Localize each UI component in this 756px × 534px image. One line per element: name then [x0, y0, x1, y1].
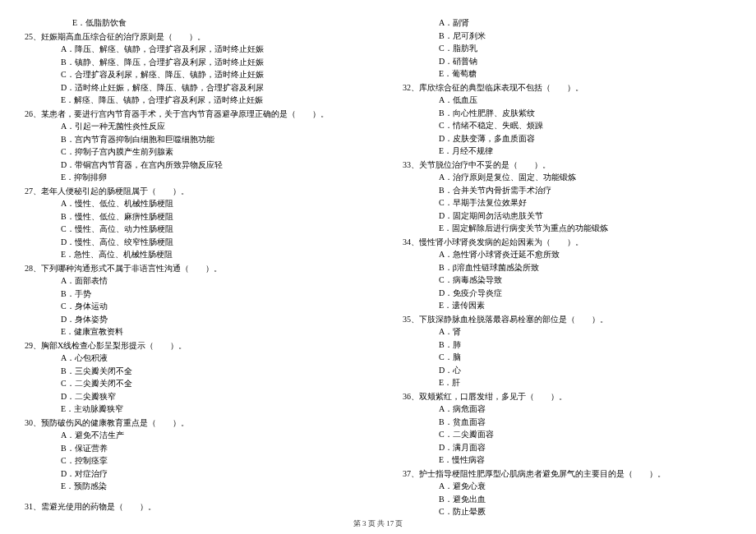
- q33-option-b: B．合并关节内骨折需手术治疗: [403, 184, 731, 197]
- q31-option-a: A．副肾: [403, 16, 731, 30]
- q32-option-b: B．向心性肥胖、皮肤紫纹: [403, 107, 731, 120]
- q30-option-b: B．保证营养: [25, 442, 353, 455]
- q27-option-e: E．急性、高位、机械性肠梗阻: [25, 248, 353, 261]
- q35-option-a: A．肾: [403, 325, 731, 338]
- q36-option-b: B．贫血面容: [403, 416, 731, 429]
- q25-option-b: B．镇静、解痉、降压，合理扩容及利尿，适时终止妊娠: [25, 56, 353, 69]
- page-footer: 第 3 页 共 17 页: [25, 518, 731, 529]
- q37-option-b: B．避免出血: [403, 493, 731, 506]
- q28-option-c: C．身体运动: [25, 300, 353, 313]
- q29-option-b: B．三尖瓣关闭不全: [25, 365, 353, 378]
- question-30: 30、预防破伤风的健康教育重点是（ ）。: [25, 417, 353, 430]
- question-34: 34、慢性肾小球肾炎发病的起始因素为（ ）。: [403, 236, 731, 249]
- q31-option-c: C．脂肪乳: [403, 42, 731, 55]
- q26-option-e: E．抑制排卵: [25, 171, 353, 184]
- q32-option-d: D．皮肤变薄，多血质面容: [403, 132, 731, 145]
- q36-option-a: A．病危面容: [403, 403, 731, 416]
- q31-option-d: D．硝普钠: [403, 55, 731, 68]
- q33-option-e: E．固定解除后进行病变关节为重点的功能锻炼: [403, 222, 731, 235]
- q35-option-c: C．脑: [403, 351, 731, 364]
- q27-option-d: D．慢性、高位、绞窄性肠梗阻: [25, 236, 353, 249]
- q25-option-e: E．解痉、降压、镇静，合理扩容及利尿，适时终止妊娠: [25, 94, 353, 107]
- q32-option-e: E．月经不规律: [403, 145, 731, 158]
- q26-option-c: C．抑制子宫内膜产生前列腺素: [25, 145, 353, 159]
- q35-option-b: B．肺: [403, 338, 731, 352]
- q25-option-d: D．适时终止妊娠，解痉、降压、镇静，合理扩容及利尿: [25, 81, 353, 94]
- q37-option-c: C．防止晕厥: [403, 505, 731, 518]
- question-28: 28、下列哪种沟通形式不属于非语言性沟通（ ）。: [25, 262, 353, 275]
- q30-option-e: E．预防感染: [25, 480, 353, 493]
- q26-option-a: A．引起一种无菌性炎性反应: [25, 120, 353, 133]
- question-26: 26、某患者，要进行宫内节育器手术，关于宫内节育器避孕原理正确的是（ ）。: [25, 108, 353, 121]
- spacer: [25, 493, 353, 499]
- q25-option-c: C．合理扩容及利尿，解痉、降压、镇静，适时终止妊娠: [25, 68, 353, 81]
- question-32: 32、库欣综合征的典型临床表现不包括（ ）。: [403, 81, 731, 94]
- question-27: 27、老年人便秘引起的肠梗阻属于（ ）。: [25, 185, 353, 198]
- q28-option-b: B．手势: [25, 288, 353, 301]
- question-36: 36、双颊紫红，口唇发绀，多见于（ ）。: [403, 390, 731, 403]
- q34-option-e: E．遗传因素: [403, 299, 731, 312]
- q36-option-d: D．满月面容: [403, 441, 731, 454]
- q33-option-c: C．早期手法复位效果好: [403, 196, 731, 209]
- q33-option-d: D．固定期间勿活动患肢关节: [403, 209, 731, 223]
- q35-option-e: E．肝: [403, 376, 731, 389]
- left-column: E．低脂肪饮食 25、妊娠期高血压综合征的治疗原则是（ ）。 A．降压、解痉、镇…: [25, 16, 353, 518]
- q28-option-d: D．身体姿势: [25, 313, 353, 326]
- q37-option-a: A．避免心衰: [403, 480, 731, 493]
- q35-option-d: D．心: [403, 364, 731, 377]
- q29-option-d: D．二尖瓣狭窄: [25, 390, 353, 403]
- two-column-layout: E．低脂肪饮食 25、妊娠期高血压综合征的治疗原则是（ ）。 A．降压、解痉、镇…: [25, 16, 731, 518]
- question-29: 29、胸部X线检查心影呈梨形提示（ ）。: [25, 339, 353, 352]
- question-31: 31、需避光使用的药物是（ ）。: [25, 500, 353, 513]
- q28-option-a: A．面部表情: [25, 274, 353, 288]
- q34-option-a: A．急性肾小球肾炎迁延不愈所致: [403, 248, 731, 261]
- q30-option-c: C．控制痉挛: [25, 454, 353, 467]
- q36-option-c: C．二尖瓣面容: [403, 428, 731, 441]
- q32-option-c: C．情绪不稳定、失眠、烦躁: [403, 119, 731, 132]
- question-33: 33、关节脱位治疗中不妥的是（ ）。: [403, 159, 731, 172]
- q33-option-a: A．治疗原则是复位、固定、功能锻炼: [403, 171, 731, 184]
- q30-option-d: D．对症治疗: [25, 467, 353, 481]
- right-column: A．副肾 B．尼可刹米 C．脂肪乳 D．硝普钠 E．葡萄糖 32、库欣综合征的典…: [403, 16, 731, 518]
- q31-option-b: B．尼可刹米: [403, 30, 731, 43]
- q27-option-b: B．慢性、低位、麻痹性肠梗阻: [25, 210, 353, 223]
- q26-option-b: B．宫内节育器抑制白细胞和巨噬细胞功能: [25, 133, 353, 146]
- q34-option-d: D．免疫介导炎症: [403, 287, 731, 300]
- q30-option-a: A．避免不洁生产: [25, 429, 353, 442]
- q25-option-a: A．降压、解痉、镇静，合理扩容及利尿，适时终止妊娠: [25, 43, 353, 56]
- question-25: 25、妊娠期高血压综合征的治疗原则是（ ）。: [25, 30, 353, 44]
- q27-option-a: A．慢性、低位、机械性肠梗阻: [25, 197, 353, 210]
- question-37: 37、护士指导梗阻性肥厚型心肌病患者避免屏气的主要目的是（ ）。: [403, 467, 731, 481]
- q34-option-c: C．病毒感染导致: [403, 274, 731, 287]
- question-35: 35、下肢深静脉血栓脱落最容易栓塞的部位是（ ）。: [403, 313, 731, 326]
- q31-option-e: E．葡萄糖: [403, 67, 731, 81]
- q28-option-e: E．健康宣教资料: [25, 325, 353, 338]
- q26-option-d: D．带铜宫内节育器，在宫内所致异物反应轻: [25, 159, 353, 172]
- prev-option-e: E．低脂肪饮食: [25, 16, 353, 30]
- q32-option-a: A．低血压: [403, 94, 731, 107]
- q36-option-e: E．慢性病容: [403, 453, 731, 467]
- q29-option-e: E．主动脉瓣狭窄: [25, 403, 353, 416]
- q34-option-b: B．β溶血性链球菌感染所致: [403, 261, 731, 274]
- q29-option-a: A．心包积液: [25, 352, 353, 365]
- q29-option-c: C．二尖瓣关闭不全: [25, 377, 353, 390]
- q27-option-c: C．慢性、高位、动力性肠梗阻: [25, 223, 353, 236]
